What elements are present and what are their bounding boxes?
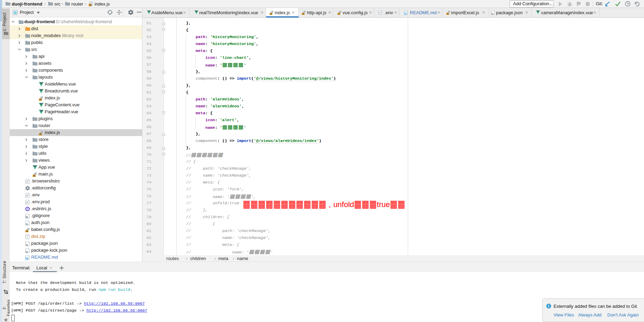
svg-text:JS: JS: [446, 13, 449, 15]
svg-text:JS: JS: [337, 13, 340, 15]
svg-text:JS: JS: [26, 230, 29, 232]
svg-text:JS: JS: [39, 133, 42, 135]
svg-text:JS: JS: [39, 98, 42, 101]
svg-text:{}: {}: [26, 223, 28, 226]
svg-text:JS: JS: [302, 13, 304, 15]
svg-text:JS: JS: [89, 4, 92, 6]
svg-text:JS: JS: [33, 175, 36, 177]
svg-text:MD: MD: [404, 13, 407, 15]
svg-text:{}: {}: [26, 243, 28, 247]
svg-text:JS: JS: [270, 13, 272, 15]
svg-text:{}: {}: [491, 12, 493, 15]
svg-text:MD: MD: [25, 258, 29, 260]
svg-text:{}: {}: [26, 250, 28, 253]
